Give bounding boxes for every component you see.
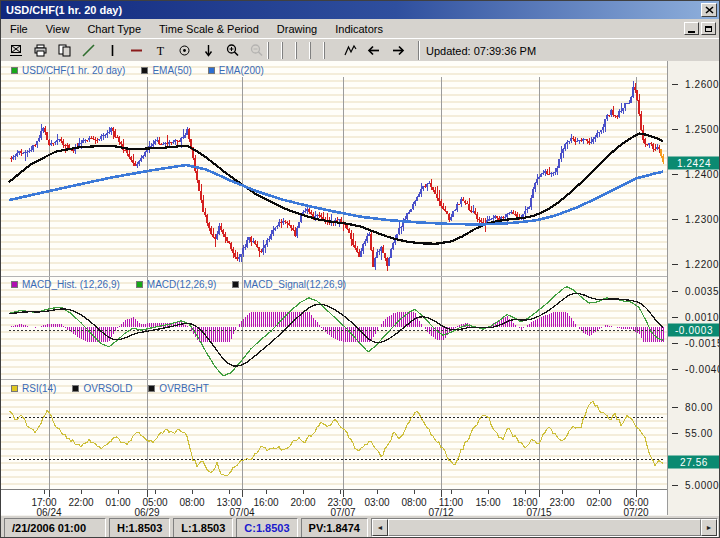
toolbar-empty-slot — [324, 42, 338, 59]
legend-item: EMA(50) — [141, 65, 191, 76]
toolbar-empty-slot — [296, 42, 310, 59]
legend-swatch-icon — [11, 281, 18, 288]
app-window: USD/CHF(1 hr. 20 day) FileViewChart Type… — [0, 0, 720, 538]
scrollbar-thumb[interactable] — [388, 519, 701, 536]
freehand-draw-icon — [343, 43, 358, 58]
macd-axis-label: 0.0010 — [685, 311, 719, 322]
menu-item-time-scale-period[interactable]: Time Scale & Period — [150, 21, 268, 37]
menu-item-indicators[interactable]: Indicators — [326, 21, 392, 37]
legend-swatch-icon — [208, 67, 215, 74]
arrow-left-icon — [366, 43, 382, 58]
macd-axis-label: -0.0015 — [685, 337, 720, 348]
rsi-axis-label: 80.00 — [685, 402, 713, 413]
toolbar-empty-slot — [268, 42, 282, 59]
time-axis-label: 23:00 — [549, 497, 574, 508]
zoom-in-button[interactable] — [220, 41, 244, 60]
macd-pane[interactable] — [1, 277, 667, 379]
freehand-draw-button[interactable] — [338, 41, 362, 60]
zoom-out-button[interactable] — [244, 41, 268, 60]
status-value: 1.8503 — [192, 522, 226, 534]
horizontal-scrollbar[interactable]: ◄ ► — [371, 518, 718, 537]
price-axis-label: 1.2400 — [685, 169, 719, 180]
status-label: C: — [244, 522, 256, 534]
time-axis-label: 02:00 — [586, 497, 611, 508]
menu-bar: FileViewChart TypeTime Scale & PeriodDra… — [1, 19, 719, 38]
rsi-pane[interactable] — [1, 380, 667, 489]
title-bar: USD/CHF(1 hr. 20 day) — [1, 1, 719, 19]
status-value: 1.8503 — [129, 522, 163, 534]
down-arrow-icon — [201, 43, 216, 58]
chart-cursor-button[interactable] — [4, 41, 28, 60]
printer-button[interactable] — [28, 41, 52, 60]
legend-swatch-icon — [11, 385, 18, 392]
time-axis-label: 16:00 — [253, 497, 278, 508]
legend-swatch-icon — [232, 281, 239, 288]
menu-item-view[interactable]: View — [37, 21, 79, 37]
price-axis-label-tick — [672, 219, 678, 220]
trend-line-button[interactable] — [76, 41, 100, 60]
legend-label: MACD_Signal(12,26,9) — [243, 279, 346, 290]
horizontal-line-icon — [129, 43, 144, 58]
down-arrow-button[interactable] — [196, 41, 220, 60]
price-axis-label: 1.2500 — [685, 124, 719, 135]
price-axis-label-tick — [672, 84, 678, 85]
vertical-line-icon — [105, 43, 120, 58]
copy-button[interactable] — [52, 41, 76, 60]
datetime-panel: /21/2006 01:00 — [4, 518, 106, 538]
toolbar-icons: T — [4, 41, 410, 60]
price-axis-label-tick — [672, 264, 678, 265]
vertical-line-button[interactable] — [100, 41, 124, 60]
price-axis-label: 1.2200 — [685, 259, 719, 270]
menu-item-drawing[interactable]: Drawing — [268, 21, 326, 37]
chart-area[interactable]: 1.26001.25001.24001.23001.22000.00350.00… — [1, 61, 720, 515]
printer-icon — [33, 43, 48, 58]
trend-line-icon — [81, 43, 96, 58]
legend-swatch-icon — [11, 67, 18, 74]
time-axis-label: 03:00 — [364, 497, 389, 508]
legend-item: MACD(12,26,9) — [136, 279, 216, 290]
status-panel-c: C: 1.8503 — [236, 518, 297, 538]
status-values: H: 1.8503L: 1.8503C: 1.8503PV: 1.8474 — [109, 518, 368, 538]
menu-item-chart-type[interactable]: Chart Type — [78, 21, 150, 37]
status-label: L: — [181, 522, 191, 534]
current-price-badge: 1.2424 — [668, 157, 720, 170]
legend-item: USD/CHF(1 hr. 20 day) — [11, 65, 125, 76]
svg-text:T: T — [156, 44, 164, 58]
date-axis-label: 07/07 — [330, 507, 355, 518]
legend-label: MACD(12,26,9) — [147, 279, 216, 290]
arrow-left-button[interactable] — [362, 41, 386, 60]
rsi-axis-label-tick — [672, 407, 678, 408]
circle-marker-button[interactable] — [172, 41, 196, 60]
minimize-button[interactable] — [684, 22, 699, 35]
current-macd-badge: -0.0003 — [668, 324, 720, 337]
legend-label: RSI(14) — [22, 383, 56, 394]
circle-marker-icon — [177, 43, 192, 58]
legend-item: OVRBGHT — [148, 383, 208, 394]
legend-label: OVRBGHT — [159, 383, 208, 394]
date-axis-label: 07/12 — [428, 507, 453, 518]
restore-button[interactable] — [701, 22, 716, 35]
legend-item: OVRSOLD — [72, 383, 132, 394]
date-axis-label: 06/29 — [134, 507, 159, 518]
status-label: H: — [117, 522, 129, 534]
rsi-axis-label: 55.00 — [685, 428, 713, 439]
date-axis-label: 07/20 — [623, 507, 648, 518]
scroll-right-button[interactable]: ► — [701, 519, 717, 536]
time-axis-label: 22:00 — [68, 497, 93, 508]
menu-item-file[interactable]: File — [1, 21, 37, 37]
legend-label: EMA(200) — [219, 65, 264, 76]
arrow-right-icon — [390, 43, 406, 58]
time-axis-label: 20:00 — [290, 497, 315, 508]
rsi-axis-label: 5.0000 — [685, 480, 719, 491]
arrow-right-button[interactable] — [386, 41, 410, 60]
price-pane[interactable] — [1, 61, 667, 276]
price-axis-label: 1.2600 — [685, 79, 719, 90]
horizontal-line-button[interactable] — [124, 41, 148, 60]
scroll-left-button[interactable]: ◄ — [372, 519, 388, 536]
macd-axis-label: 0.0035 — [685, 285, 719, 296]
legend-item: RSI(14) — [11, 383, 56, 394]
legend-swatch-icon — [136, 281, 143, 288]
text-tool-button[interactable]: T — [148, 41, 172, 60]
close-button[interactable] — [701, 3, 717, 17]
minimize-icon — [688, 31, 695, 33]
